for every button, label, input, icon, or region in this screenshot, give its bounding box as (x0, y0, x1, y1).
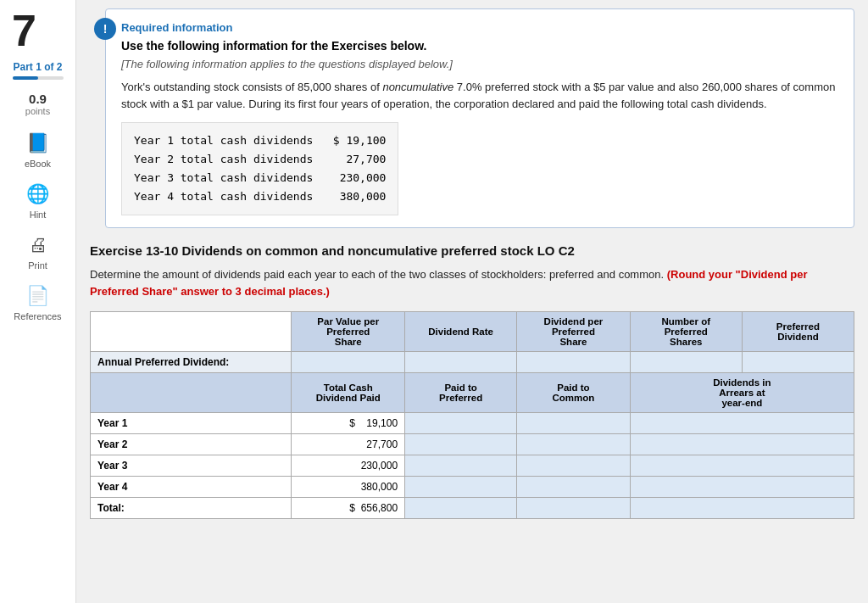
sub-col-paid-common: Paid toCommon (517, 373, 631, 413)
year3-paid-preferred-cell[interactable] (405, 455, 517, 477)
dividend-rate-input-cell[interactable] (405, 352, 517, 373)
sidebar-item-hint[interactable]: 🌐 Hint (25, 181, 52, 220)
total-paid-common-input[interactable] (539, 502, 607, 514)
year4-paid-common-input[interactable] (539, 481, 607, 493)
sub-col-empty (91, 373, 292, 413)
year1-paid-common-input[interactable] (539, 417, 607, 429)
preferred-div-input[interactable] (764, 356, 832, 368)
part-progress-fill (13, 76, 38, 80)
year4-arrears-cell[interactable] (630, 477, 854, 498)
year1-arrears-input[interactable] (708, 417, 776, 429)
year3-total: 230,000 (292, 455, 405, 477)
num-shares-input[interactable] (652, 356, 720, 368)
year4-paid-preferred-input[interactable] (427, 481, 495, 493)
col-par-value: Par Value perPreferredShare (292, 312, 405, 352)
sidebar: 7 Part 1 of 2 0.9 points 📘 eBook 🌐 Hint … (0, 0, 76, 603)
div-per-share-input-cell[interactable] (517, 352, 631, 373)
total-row: Total: $ 656,800 (91, 498, 854, 519)
points-label: points (25, 106, 50, 116)
year3-paid-common-cell[interactable] (517, 455, 631, 477)
references-icon: 📄 (24, 282, 51, 310)
info-box-subtitle: [The following information applies to th… (121, 58, 838, 70)
dividends-table: Par Value perPreferredShare Dividend Rat… (90, 311, 854, 519)
dividend-rate-input[interactable] (427, 356, 495, 368)
part-progress-bar (13, 76, 64, 80)
annual-preferred-row: Annual Preferred Dividend: (91, 352, 854, 373)
info-box-title: Use the following information for the Ex… (121, 39, 838, 53)
dividend-row-4: Year 4 total cash dividends 380,000 (134, 187, 386, 206)
total-paid-preferred-cell[interactable] (405, 498, 517, 519)
sidebar-item-print[interactable]: 🖨 Print (25, 232, 52, 271)
year1-label: Year 1 (91, 413, 292, 434)
year3-paid-preferred-input[interactable] (427, 460, 495, 472)
year1-total: $ 19,100 (292, 413, 405, 434)
info-box-body: York's outstanding stock consists of 85,… (121, 79, 838, 112)
dividend-row-3: Year 3 total cash dividends 230,000 (134, 169, 386, 187)
num-shares-input-cell[interactable] (630, 352, 742, 373)
year4-arrears-input[interactable] (708, 481, 776, 493)
year2-paid-common-cell[interactable] (517, 434, 631, 455)
year1-arrears-cell[interactable] (630, 413, 854, 434)
col-empty (91, 312, 292, 352)
par-value-input[interactable] (314, 356, 382, 368)
exercise-desc-text: Determine the amount of dividends paid e… (90, 268, 667, 281)
dividends-info-table: Year 1 total cash dividends $ 19,100 Yea… (121, 122, 398, 215)
info-box: ! Required information Use the following… (105, 8, 854, 228)
div-per-share-input[interactable] (539, 356, 607, 368)
par-value-input-cell[interactable] (292, 352, 405, 373)
year3-arrears-input[interactable] (708, 460, 776, 472)
total-arrears-input[interactable] (708, 502, 776, 514)
references-label: References (14, 311, 61, 321)
year1-paid-preferred-input[interactable] (427, 417, 495, 429)
exercise-description: Determine the amount of dividends paid e… (90, 266, 854, 299)
info-icon: ! (94, 18, 116, 40)
year2-total: 27,700 (292, 434, 405, 455)
year4-paid-preferred-cell[interactable] (405, 477, 517, 498)
sidebar-item-references[interactable]: 📄 References (14, 282, 61, 321)
main-content: ! Required information Use the following… (76, 0, 868, 603)
question-number: 7 (0, 8, 36, 53)
points-value: 0.9 (29, 92, 47, 106)
table-row: Year 4 380,000 (91, 477, 854, 498)
year3-paid-common-input[interactable] (539, 460, 607, 472)
annual-label: Annual Preferred Dividend: (91, 352, 292, 373)
sidebar-item-ebook[interactable]: 📘 eBook (25, 130, 52, 169)
top-header-row: Par Value perPreferredShare Dividend Rat… (91, 312, 854, 352)
ebook-label: eBook (25, 159, 51, 169)
table-row: Year 1 $ 19,100 (91, 413, 854, 434)
year4-total: 380,000 (292, 477, 405, 498)
year1-paid-preferred-cell[interactable] (405, 413, 517, 434)
exercise-title: Exercise 13-10 Dividends on common and n… (90, 243, 854, 258)
preferred-div-input-cell[interactable] (742, 352, 854, 373)
hint-icon: 🌐 (25, 181, 52, 208)
sub-col-paid-preferred: Paid toPreferred (405, 373, 517, 413)
sub-col-total: Total CashDividend Paid (292, 373, 405, 413)
table-row: Year 2 27,700 (91, 434, 854, 455)
dividend-row-1: Year 1 total cash dividends $ 19,100 (134, 131, 386, 150)
print-icon: 🖨 (25, 232, 52, 259)
print-label: Print (28, 260, 47, 271)
year2-label: Year 2 (91, 434, 292, 455)
year1-paid-common-cell[interactable] (517, 413, 631, 434)
total-paid-preferred-input[interactable] (427, 502, 495, 514)
total-arrears-cell[interactable] (630, 498, 854, 519)
year3-label: Year 3 (91, 455, 292, 477)
col-num-shares: Number ofPreferredShares (630, 312, 742, 352)
year2-arrears-input[interactable] (708, 438, 776, 450)
year3-arrears-cell[interactable] (630, 455, 854, 477)
info-box-header: Required information (121, 21, 838, 34)
dividend-row-2: Year 2 total cash dividends 27,700 (134, 150, 386, 169)
col-dividend-rate: Dividend Rate (405, 312, 517, 352)
total-label: Total: (91, 498, 292, 519)
year2-arrears-cell[interactable] (630, 434, 854, 455)
year4-label: Year 4 (91, 477, 292, 498)
year4-paid-common-cell[interactable] (517, 477, 631, 498)
sub-col-arrears: Dividends inArrears atyear-end (630, 373, 854, 413)
year2-paid-preferred-input[interactable] (427, 438, 495, 450)
total-paid-common-cell[interactable] (517, 498, 631, 519)
col-preferred-dividend: PreferredDividend (742, 312, 854, 352)
part-label: Part 1 of 2 (13, 61, 62, 73)
year2-paid-common-input[interactable] (539, 438, 607, 450)
ebook-icon: 📘 (25, 130, 52, 157)
year2-paid-preferred-cell[interactable] (405, 434, 517, 455)
